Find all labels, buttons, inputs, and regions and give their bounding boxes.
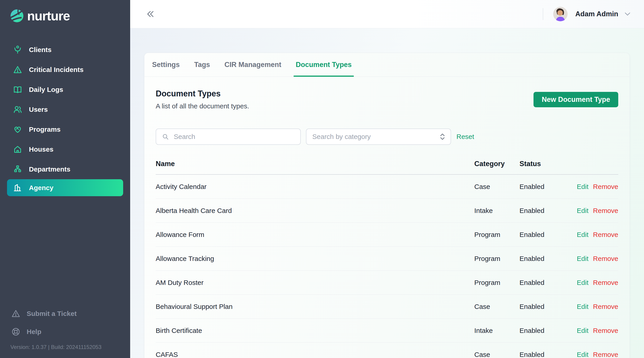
sidebar-item-label: Houses: [29, 145, 53, 153]
remove-link[interactable]: Remove: [593, 207, 618, 215]
logo: nurture: [0, 0, 130, 25]
sidebar-item-daily-logs[interactable]: Daily Logs: [0, 80, 130, 100]
page-header: Document Types A list of all the documen…: [156, 89, 618, 110]
sidebar-item-label: Programs: [29, 126, 60, 133]
double-chevron-left-icon: [146, 10, 155, 19]
warning-triangle-icon: [13, 65, 22, 74]
sidebar: nurture ClientsCritical IncidentsDaily L…: [0, 0, 130, 358]
user-menu[interactable]: Adam Admin: [543, 7, 631, 21]
sidebar-item-critical-incidents[interactable]: Critical Incidents: [0, 60, 130, 80]
warning-triangle-icon: [11, 309, 20, 318]
heart-hands-icon: [13, 125, 22, 134]
edit-link[interactable]: Edit: [577, 279, 589, 286]
cell-category: Intake: [474, 207, 520, 215]
remove-link[interactable]: Remove: [593, 255, 618, 263]
search-box: [156, 128, 301, 145]
select-chevrons-icon: [440, 133, 445, 140]
tab-bar: SettingsTagsCIR ManagementDocument Types: [144, 53, 630, 77]
cell-category: Program: [474, 279, 520, 286]
cell-status: Enabled: [520, 255, 573, 263]
tab-cir-management[interactable]: CIR Management: [222, 53, 283, 77]
sidebar-item-agency[interactable]: Agency: [7, 179, 123, 196]
sidebar-item-label: Clients: [29, 46, 52, 54]
cell-status: Enabled: [520, 303, 573, 310]
sidebar-item-help[interactable]: Help: [0, 323, 130, 341]
sidebar-item-users[interactable]: Users: [0, 100, 130, 119]
table-body: Activity Calendar Case Enabled Edit Remo…: [156, 175, 618, 358]
sidebar-item-label: Help: [27, 328, 41, 336]
edit-link[interactable]: Edit: [577, 351, 589, 358]
remove-link[interactable]: Remove: [593, 327, 618, 334]
edit-link[interactable]: Edit: [577, 207, 589, 215]
cell-category: Case: [474, 183, 520, 191]
tab-settings[interactable]: Settings: [150, 53, 182, 77]
sidebar-item-departments[interactable]: Departments: [0, 159, 130, 179]
chevron-down-icon[interactable]: [624, 12, 631, 16]
cell-category: Case: [474, 303, 520, 310]
table-row: Alberta Health Care Card Intake Enabled …: [156, 199, 618, 223]
sidebar-item-submit-ticket[interactable]: Submit a Ticket: [0, 305, 130, 323]
sidebar-item-houses[interactable]: Houses: [0, 139, 130, 159]
column-header-category: Category: [474, 160, 520, 168]
page-title: Document Types: [156, 89, 249, 98]
cell-name: Allowance Form: [156, 231, 474, 239]
avatar[interactable]: [553, 7, 568, 21]
app-root: nurture ClientsCritical IncidentsDaily L…: [0, 0, 644, 358]
sidebar-item-label: Agency: [29, 184, 53, 192]
sidebar-item-label: Departments: [29, 165, 70, 173]
search-input[interactable]: [174, 133, 296, 140]
cell-name: Alberta Health Care Card: [156, 207, 474, 215]
cell-name: AM Duty Roster: [156, 279, 474, 286]
lifebuoy-icon: [11, 327, 20, 336]
sidebar-item-label: Daily Logs: [29, 86, 63, 93]
cell-category: Case: [474, 351, 520, 358]
main-area: Adam Admin SettingsTagsCIR ManagementDoc…: [130, 0, 644, 358]
remove-link[interactable]: Remove: [593, 351, 618, 358]
remove-link[interactable]: Remove: [593, 303, 618, 310]
cell-status: Enabled: [520, 183, 573, 191]
sidebar-item-clients[interactable]: Clients: [0, 40, 130, 60]
cell-category: Intake: [474, 327, 520, 334]
filter-row: Search by category Reset: [156, 128, 618, 145]
remove-link[interactable]: Remove: [593, 231, 618, 239]
edit-link[interactable]: Edit: [577, 327, 589, 334]
category-select-value: Search by category: [312, 133, 440, 140]
edit-link[interactable]: Edit: [577, 303, 589, 310]
content-area: SettingsTagsCIR ManagementDocument Types…: [130, 28, 644, 358]
table-row: AM Duty Roster Program Enabled Edit Remo…: [156, 271, 618, 295]
page-subtitle: A list of all the document types.: [156, 102, 249, 110]
cell-name: Allowance Tracking: [156, 255, 474, 263]
building-icon: [13, 183, 22, 192]
person-celebrate-icon: [13, 45, 22, 54]
nurture-logo-icon: [10, 9, 24, 23]
settings-card: SettingsTagsCIR ManagementDocument Types…: [144, 53, 630, 358]
users-icon: [13, 105, 22, 114]
new-document-type-button[interactable]: New Document Type: [534, 92, 618, 107]
sidebar-item-programs[interactable]: Programs: [0, 119, 130, 139]
cell-category: Program: [474, 231, 520, 239]
version-text: Version: 1.0.37 | Build: 202411152053: [0, 341, 130, 352]
cell-status: Enabled: [520, 207, 573, 215]
edit-link[interactable]: Edit: [577, 255, 589, 263]
house-icon: [13, 145, 22, 154]
tab-document-types[interactable]: Document Types: [294, 53, 354, 77]
category-select[interactable]: Search by category: [306, 128, 451, 145]
sidebar-collapse-button[interactable]: [146, 10, 155, 19]
sidebar-nav: ClientsCritical IncidentsDaily LogsUsers…: [0, 40, 130, 196]
sidebar-item-label: Critical Incidents: [29, 66, 84, 74]
topbar: Adam Admin: [130, 0, 644, 28]
tab-tags[interactable]: Tags: [192, 53, 212, 77]
table-row: Activity Calendar Case Enabled Edit Remo…: [156, 175, 618, 199]
table-row: Allowance Tracking Program Enabled Edit …: [156, 247, 618, 271]
cell-status: Enabled: [520, 231, 573, 239]
user-name[interactable]: Adam Admin: [575, 10, 618, 18]
reset-link[interactable]: Reset: [456, 133, 474, 140]
cell-category: Program: [474, 255, 520, 263]
remove-link[interactable]: Remove: [593, 183, 618, 191]
card-body: Document Types A list of all the documen…: [144, 77, 630, 358]
sidebar-item-label: Submit a Ticket: [27, 310, 76, 317]
remove-link[interactable]: Remove: [593, 279, 618, 286]
cell-name: Activity Calendar: [156, 183, 474, 191]
edit-link[interactable]: Edit: [577, 183, 589, 191]
edit-link[interactable]: Edit: [577, 231, 589, 239]
